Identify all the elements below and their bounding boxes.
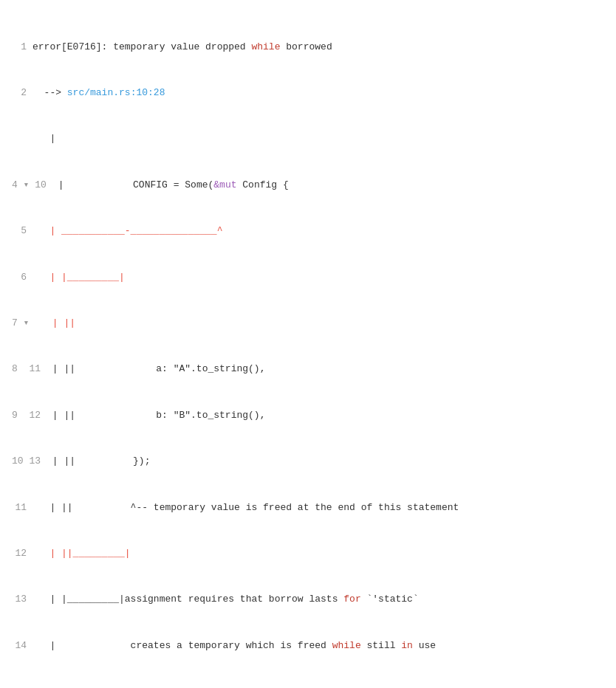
error-line-6: 6 | |_________| bbox=[12, 270, 604, 286]
error-code: 1 error[E0716]: temporary value dropped … bbox=[12, 9, 604, 684]
line-number: 11 bbox=[12, 500, 32, 516]
error-line-3: | bbox=[12, 131, 604, 147]
error-line-13: 13 | |_________|assignment requires that… bbox=[12, 592, 604, 608]
error-line-12: 12 | ||_________| bbox=[12, 546, 604, 562]
line-number: 6 bbox=[12, 270, 32, 286]
error-line-7: 7 ▾ | || bbox=[12, 316, 604, 331]
error-section: 1 error[E0716]: temporary value dropped … bbox=[0, 0, 616, 688]
error-line-2: 2 --> src/main.rs:10:28 bbox=[12, 86, 604, 101]
line-number: 2 bbox=[12, 86, 32, 101]
line-number: 1 bbox=[12, 40, 32, 55]
line-number: 7 ▾ bbox=[12, 316, 35, 331]
line-number: 10 13 bbox=[12, 454, 47, 469]
error-line-11: 11 | || ^-- temporary value is freed at … bbox=[12, 500, 604, 516]
line-number: 5 bbox=[12, 224, 32, 239]
error-line-1: 1 error[E0716]: temporary value dropped … bbox=[12, 40, 604, 55]
line-number: 14 bbox=[12, 639, 32, 654]
line-number: 9 12 bbox=[12, 408, 47, 424]
error-line-4: 4 ▾ 10 | CONFIG = Some(&mut Config { bbox=[12, 178, 604, 193]
error-line-10: 10 13 | || }); bbox=[12, 454, 604, 469]
line-number: 4 ▾ 10 bbox=[12, 178, 52, 193]
error-line-8: 8 11 | || a: "A".to_string(), bbox=[12, 362, 604, 377]
error-line-9: 9 12 | || b: "B".to_string(), bbox=[12, 408, 604, 424]
line-number bbox=[12, 131, 32, 147]
error-line-14: 14 | creates a temporary which is freed … bbox=[12, 639, 604, 654]
line-number: 12 bbox=[12, 546, 32, 562]
line-number: 8 11 bbox=[12, 362, 47, 377]
line-number: 13 bbox=[12, 592, 32, 608]
error-line-5: 5 | ___________-_______________^ bbox=[12, 224, 604, 239]
